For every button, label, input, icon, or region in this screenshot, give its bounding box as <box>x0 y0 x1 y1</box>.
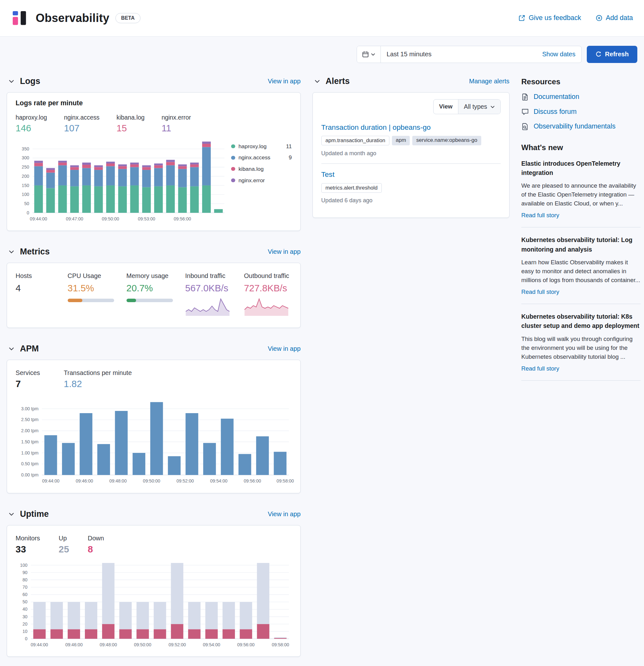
give-feedback-link[interactable]: Give us feedback <box>518 14 581 22</box>
discuss-forum-link[interactable]: Discuss forum <box>521 108 641 116</box>
app-header: Observability BETA Give us feedback Add … <box>0 0 644 37</box>
news-item: Kubernetes observability tutorial: Log m… <box>521 235 641 296</box>
logs-stat: haproxy.log 146 <box>16 113 47 134</box>
monitors-stat: Monitors 33 <box>16 534 40 555</box>
apm-collapse-chevron-icon[interactable] <box>7 344 16 353</box>
svg-text:0.50 tpm: 0.50 tpm <box>21 461 39 466</box>
alert-badge: metrics.alert.threshold <box>321 183 382 193</box>
overview-content: Logs View in app Logs rate per minute ha… <box>0 72 644 666</box>
uptime-collapse-chevron-icon[interactable] <box>7 509 16 519</box>
alert-updated-text: Updated 6 days ago <box>321 197 501 204</box>
legend-item[interactable]: haproxy.log 11 <box>231 143 291 150</box>
inbound-traffic-metric: Inbound traffic 567.0KB/s <box>185 271 233 316</box>
outbound-traffic-metric: Outbound traffic 727.8KB/s <box>244 271 292 316</box>
svg-text:09:50:00: 09:50:00 <box>134 642 151 647</box>
svg-text:09:47:00: 09:47:00 <box>66 216 83 221</box>
legend-item[interactable]: kibana.log <box>231 166 291 172</box>
metrics-view-in-app-link[interactable]: View in app <box>268 248 300 256</box>
svg-text:09:56:00: 09:56:00 <box>244 479 261 484</box>
quick-select-button[interactable] <box>357 46 380 62</box>
uptime-view-in-app-link[interactable]: View in app <box>268 510 300 518</box>
alert-type-select[interactable]: All types <box>458 100 500 113</box>
cpu-usage-metric: CPU Usage 31.5% <box>68 271 115 316</box>
logs-section-header: Logs View in app <box>7 76 300 86</box>
news-item: Elastic introduces OpenTelemetry integra… <box>521 159 641 219</box>
svg-text:09:46:00: 09:46:00 <box>76 479 93 484</box>
refresh-button[interactable]: Refresh <box>587 46 637 63</box>
svg-text:10: 10 <box>22 629 28 634</box>
logs-collapse-chevron-icon[interactable] <box>7 77 16 86</box>
svg-text:50: 50 <box>22 599 28 604</box>
alerts-collapse-chevron-icon[interactable] <box>312 77 322 86</box>
svg-text:70: 70 <box>22 584 28 590</box>
down-stat: Down 8 <box>88 534 104 555</box>
svg-text:0: 0 <box>25 636 28 641</box>
date-picker: Last 15 minutes Show dates <box>357 46 582 63</box>
read-full-story-link[interactable]: Read full story <box>521 365 559 372</box>
logs-chart-legend: haproxy.log 11 nginx.access 9 kibana.log <box>231 143 291 189</box>
alerts-panel: View All types Transaction duration | op… <box>312 92 509 218</box>
chevron-down-icon <box>490 106 495 108</box>
svg-text:40: 40 <box>22 607 28 612</box>
apm-view-in-app-link[interactable]: View in app <box>268 345 300 352</box>
svg-text:3.00 tpm: 3.00 tpm <box>21 406 39 411</box>
uptime-panel: Monitors 33 Up 25 Down 8 010203040506070… <box>7 525 300 657</box>
svg-text:09:56:00: 09:56:00 <box>237 642 255 647</box>
svg-text:09:58:00: 09:58:00 <box>276 479 294 484</box>
legend-item[interactable]: nginx.error <box>231 177 291 184</box>
divider <box>521 304 641 304</box>
svg-text:09:53:00: 09:53:00 <box>138 216 156 221</box>
read-full-story-link[interactable]: Read full story <box>521 212 559 219</box>
logs-rate-chart: 05010015020025030035009:44:0009:47:0009:… <box>16 136 228 224</box>
alert-title-link[interactable]: Test <box>321 170 335 178</box>
svg-text:60: 60 <box>22 592 28 597</box>
logs-stat: nginx.error 11 <box>161 113 191 134</box>
outbound-traffic-sparkline <box>244 297 292 316</box>
read-full-story-link[interactable]: Read full story <box>521 288 559 296</box>
observability-fundamentals-link[interactable]: Observability fundamentals <box>521 122 641 130</box>
svg-text:0: 0 <box>27 210 29 215</box>
alerts-type-filter: View All types <box>433 99 501 114</box>
alert-title-link[interactable]: Transaction duration | opbeans-go <box>321 123 431 132</box>
whats-new-heading: What's new <box>521 143 641 152</box>
logs-stats-row: haproxy.log 146 nginx.access 107 kibana.… <box>16 113 292 134</box>
show-dates-link[interactable]: Show dates <box>536 51 582 58</box>
svg-text:09:54:00: 09:54:00 <box>203 642 220 647</box>
svg-text:09:54:00: 09:54:00 <box>210 479 228 484</box>
alert-item: Test metrics.alert.threshold Updated 6 d… <box>321 163 501 211</box>
logs-panel-title: Logs rate per minute <box>16 99 292 107</box>
svg-text:250: 250 <box>22 164 29 170</box>
documentation-link[interactable]: Documentation <box>521 93 641 101</box>
apm-section-title: APM <box>20 344 39 354</box>
time-toolbar: Last 15 minutes Show dates Refresh <box>0 37 644 72</box>
svg-text:09:58:00: 09:58:00 <box>272 642 289 647</box>
svg-text:1.00 tpm: 1.00 tpm <box>21 450 39 455</box>
svg-text:90: 90 <box>22 569 28 575</box>
logs-stat: nginx.access 107 <box>64 113 100 134</box>
logs-view-in-app-link[interactable]: View in app <box>268 77 300 85</box>
manage-alerts-link[interactable]: Manage alerts <box>469 77 509 85</box>
svg-text:09:52:00: 09:52:00 <box>168 642 186 647</box>
external-link-icon <box>518 15 525 21</box>
services-stat: Services 7 <box>16 369 40 389</box>
logs-section-title: Logs <box>20 76 40 86</box>
svg-text:30: 30 <box>22 614 28 619</box>
add-data-link[interactable]: Add data <box>596 14 633 22</box>
apm-transactions-chart: 0.00 tpm0.50 tpm1.00 tpm1.50 tpm2.00 tpm… <box>16 393 292 486</box>
svg-text:50: 50 <box>24 201 29 206</box>
metrics-collapse-chevron-icon[interactable] <box>7 247 16 256</box>
transactions-per-minute-stat: Transactions per minute 1.82 <box>64 369 132 389</box>
svg-text:2.50 tpm: 2.50 tpm <box>21 417 39 422</box>
alerts-section-header: Alerts Manage alerts <box>312 76 509 86</box>
svg-text:1.50 tpm: 1.50 tpm <box>21 439 39 444</box>
svg-text:09:44:00: 09:44:00 <box>42 479 60 484</box>
svg-text:150: 150 <box>22 182 29 188</box>
inbound-traffic-sparkline <box>185 297 233 316</box>
svg-text:09:52:00: 09:52:00 <box>176 479 194 484</box>
discuss-icon <box>521 108 529 116</box>
fundamentals-icon <box>521 123 529 130</box>
uptime-monitors-chart: 010203040506070809010009:44:0009:46:0009… <box>16 557 292 650</box>
svg-text:09:50:00: 09:50:00 <box>102 216 119 221</box>
legend-item[interactable]: nginx.access 9 <box>231 154 291 161</box>
time-range-value[interactable]: Last 15 minutes <box>381 51 536 58</box>
